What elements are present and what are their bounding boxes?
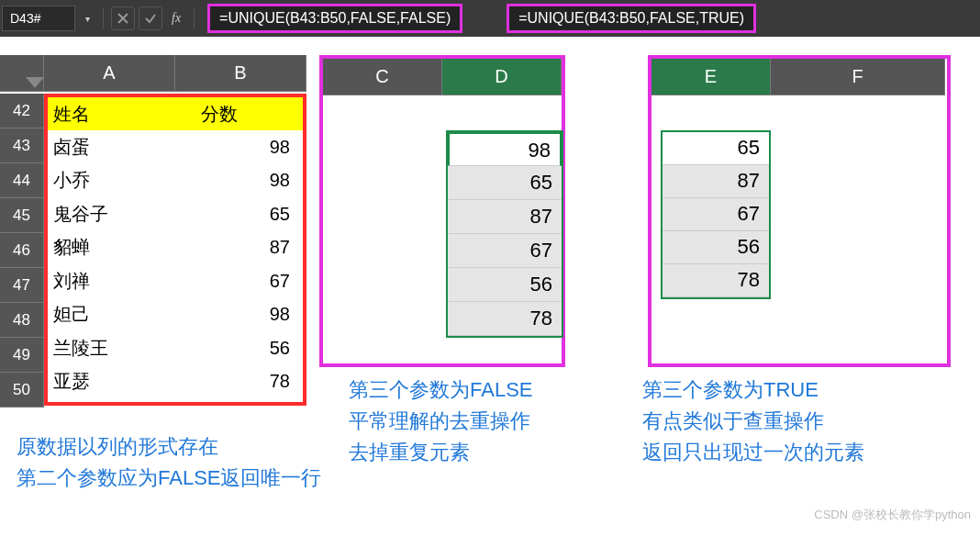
source-table: 姓名 分数 卤蛋98 小乔98 鬼谷子65 貂蝉87 刘禅67 妲己98 兰陵王… (48, 97, 303, 399)
cell[interactable]: 98 (195, 130, 303, 164)
cell[interactable]: 98 (195, 298, 303, 332)
col-header-e[interactable]: E (651, 59, 771, 95)
annotation-true: 第三个参数为TRUE 有点类似于查重操作 返回只出现过一次的元素 (642, 374, 864, 468)
cell[interactable]: 98 (195, 164, 303, 198)
row-header[interactable]: 48 (0, 303, 44, 338)
cell[interactable]: 67 (195, 264, 303, 298)
cell[interactable]: 65 (663, 132, 769, 165)
watermark: CSDN @张校长教你学python (814, 507, 971, 523)
formula-bar-1[interactable]: =UNIQUE(B43:B50,FALSE,FALSE) (207, 4, 462, 33)
cell[interactable]: 67 (663, 198, 769, 231)
row-header[interactable]: 45 (0, 198, 44, 233)
header-name[interactable]: 姓名 (48, 97, 195, 130)
annotation-line: 返回只出现过一次的元素 (642, 437, 864, 468)
col-header-a[interactable]: A (44, 55, 175, 92)
spreadsheet: 42 43 44 45 46 47 48 49 50 A B 姓名 分数 卤蛋9… (0, 37, 980, 532)
annotation-source: 原数据以列的形式存在 第二个参数应为FALSE返回唯一行 (17, 431, 321, 494)
row-header[interactable]: 43 (0, 128, 44, 163)
col-headers-cd: C D (323, 59, 562, 95)
row-header[interactable]: 46 (0, 233, 44, 268)
cell[interactable]: 87 (195, 231, 303, 265)
cell[interactable]: 87 (448, 200, 562, 234)
select-all-corner[interactable] (0, 55, 44, 92)
annotation-line: 第三个参数为TRUE (642, 374, 864, 406)
cell[interactable]: 鬼谷子 (48, 197, 195, 231)
row-header[interactable]: 42 (0, 94, 44, 128)
row-headers: 42 43 44 45 46 47 48 49 50 (0, 94, 44, 408)
annotation-line: 有点类似于查重操作 (642, 406, 864, 437)
source-data-panel: 姓名 分数 卤蛋98 小乔98 鬼谷子65 貂蝉87 刘禅67 妲己98 兰陵王… (44, 94, 306, 406)
cell[interactable]: 卤蛋 (48, 130, 195, 164)
cell[interactable]: 78 (448, 302, 562, 336)
name-box[interactable]: D43# (2, 6, 75, 31)
unique-true-spill: 65 87 67 56 78 (661, 130, 771, 299)
name-box-dropdown-icon[interactable]: ▾ (79, 14, 95, 24)
col-headers-ef: E F (651, 59, 947, 95)
cell[interactable]: 67 (448, 234, 562, 268)
unique-false-panel: C D 98 65 87 67 56 78 (319, 55, 565, 367)
cell[interactable]: 87 (663, 165, 769, 198)
cell[interactable]: 78 (195, 365, 303, 399)
cell[interactable]: 亚瑟 (48, 365, 195, 399)
cell[interactable]: 兰陵王 (48, 331, 195, 365)
cell[interactable]: 65 (195, 197, 303, 231)
col-headers-ab: A B (44, 55, 306, 92)
cell[interactable]: 56 (448, 268, 562, 302)
accept-formula-icon[interactable] (139, 6, 162, 30)
cell[interactable]: 98 (448, 132, 562, 166)
annotation-line: 平常理解的去重操作 (349, 406, 532, 437)
col-header-c[interactable]: C (323, 59, 442, 95)
cell[interactable]: 65 (448, 166, 562, 200)
cell[interactable]: 小乔 (48, 164, 195, 198)
annotation-line: 第三个参数为FALSE (349, 374, 532, 406)
unique-false-spill: 98 65 87 67 56 78 (446, 130, 563, 338)
cell[interactable]: 妲己 (48, 298, 195, 332)
divider (103, 7, 104, 29)
fx-icon[interactable]: fx (172, 11, 181, 26)
col-header-f[interactable]: F (771, 59, 945, 95)
formula-toolbar: D43# ▾ fx =UNIQUE(B43:B50,FALSE,FALSE) =… (0, 0, 980, 37)
cancel-formula-icon[interactable] (111, 6, 135, 30)
row-header[interactable]: 50 (0, 373, 44, 408)
row-header[interactable]: 47 (0, 268, 44, 303)
cell[interactable]: 56 (195, 331, 303, 365)
formula-bar-2[interactable]: =UNIQUE(B43:B50,FALSE,TRUE) (507, 4, 756, 33)
divider (194, 7, 195, 29)
row-header[interactable]: 49 (0, 338, 44, 373)
cell[interactable]: 78 (663, 264, 769, 297)
annotation-line: 去掉重复元素 (349, 437, 532, 468)
col-header-b[interactable]: B (175, 55, 306, 92)
annotation-false: 第三个参数为FALSE 平常理解的去重操作 去掉重复元素 (349, 374, 532, 468)
header-score[interactable]: 分数 (195, 97, 303, 130)
row-header[interactable]: 44 (0, 163, 44, 198)
cell[interactable]: 56 (663, 231, 769, 264)
col-header-d[interactable]: D (442, 59, 562, 95)
corner-triangle-icon (26, 77, 44, 88)
annotation-line: 第二个参数应为FALSE返回唯一行 (17, 463, 321, 494)
cell[interactable]: 貂蝉 (48, 231, 195, 265)
annotation-line: 原数据以列的形式存在 (17, 431, 321, 463)
unique-true-panel: E F 65 87 67 56 78 (648, 55, 951, 367)
cell[interactable]: 刘禅 (48, 264, 195, 298)
